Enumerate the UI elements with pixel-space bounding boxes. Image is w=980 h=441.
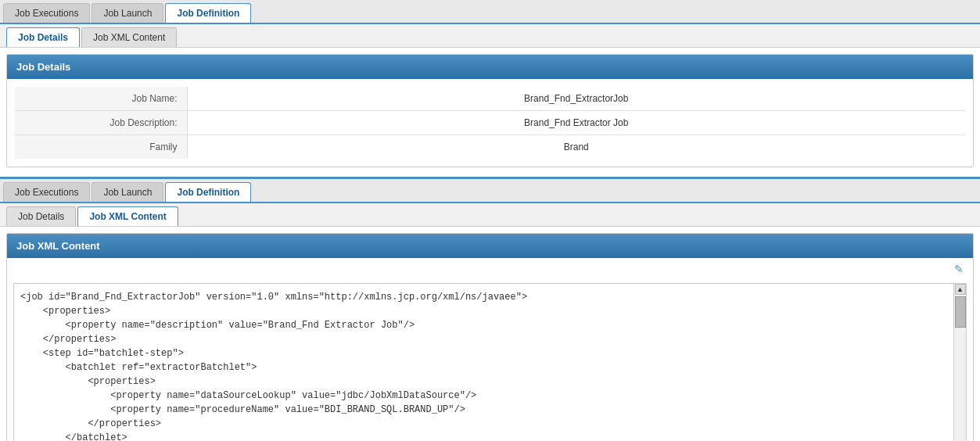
sub-nav-tabs-top: Job Details Job XML Content bbox=[0, 24, 980, 48]
value-job-name: Brand_Fnd_ExtractorJob bbox=[187, 87, 965, 111]
sub-nav-tabs-bottom: Job Details Job XML Content bbox=[0, 203, 980, 227]
top-nav-tabs: Job Executions Job Launch Job Definition bbox=[0, 0, 980, 24]
label-family: Family bbox=[15, 135, 187, 160]
xml-scrollbar[interactable]: ▲ ▼ bbox=[953, 284, 966, 441]
xml-content-wrapper: ▲ ▼ bbox=[13, 283, 967, 441]
job-details-body: Job Name: Brand_Fnd_ExtractorJob Job Des… bbox=[7, 79, 973, 167]
value-family: Brand bbox=[187, 135, 965, 160]
bottom-section: Job Executions Job Launch Job Definition… bbox=[0, 179, 980, 441]
edit-icon[interactable]: ✎ bbox=[951, 261, 967, 277]
label-job-description: Job Description: bbox=[15, 111, 187, 135]
xml-textarea[interactable] bbox=[14, 284, 953, 441]
job-details-header: Job Details bbox=[7, 55, 973, 79]
scrollbar-up-button[interactable]: ▲ bbox=[955, 284, 966, 295]
xml-toolbar: ✎ bbox=[7, 258, 973, 280]
job-xml-header: Job XML Content bbox=[7, 234, 973, 258]
table-row: Job Description: Brand_Fnd Extractor Job bbox=[15, 111, 965, 135]
sub-tab-job-xml-bottom[interactable]: Job XML Content bbox=[77, 206, 178, 226]
top-section: Job Executions Job Launch Job Definition… bbox=[0, 0, 980, 179]
scrollbar-thumb[interactable] bbox=[955, 296, 966, 328]
label-job-name: Job Name: bbox=[15, 87, 187, 111]
table-row: Job Name: Brand_Fnd_ExtractorJob bbox=[15, 87, 965, 111]
tab-job-definition-top[interactable]: Job Definition bbox=[165, 3, 251, 23]
top-nav-tabs-bottom: Job Executions Job Launch Job Definition bbox=[0, 179, 980, 203]
job-details-table: Job Name: Brand_Fnd_ExtractorJob Job Des… bbox=[15, 87, 965, 159]
tab-job-launch-bottom[interactable]: Job Launch bbox=[92, 182, 163, 202]
job-xml-content-panel: Job XML Content ✎ ▲ ▼ bbox=[6, 233, 974, 441]
sub-tab-job-xml-top[interactable]: Job XML Content bbox=[81, 27, 177, 47]
sub-tab-job-details-top[interactable]: Job Details bbox=[6, 27, 80, 47]
tab-job-definition-bottom[interactable]: Job Definition bbox=[165, 182, 251, 202]
tab-job-executions-bottom[interactable]: Job Executions bbox=[3, 182, 90, 202]
table-row: Family Brand bbox=[15, 135, 965, 160]
value-job-description: Brand_Fnd Extractor Job bbox=[187, 111, 965, 135]
sub-tab-job-details-bottom[interactable]: Job Details bbox=[6, 206, 76, 226]
tab-job-launch-top[interactable]: Job Launch bbox=[92, 3, 163, 23]
tab-job-executions-top[interactable]: Job Executions bbox=[3, 3, 90, 23]
job-xml-body: ✎ ▲ ▼ bbox=[7, 258, 973, 441]
job-details-panel: Job Details Job Name: Brand_Fnd_Extracto… bbox=[6, 54, 974, 167]
